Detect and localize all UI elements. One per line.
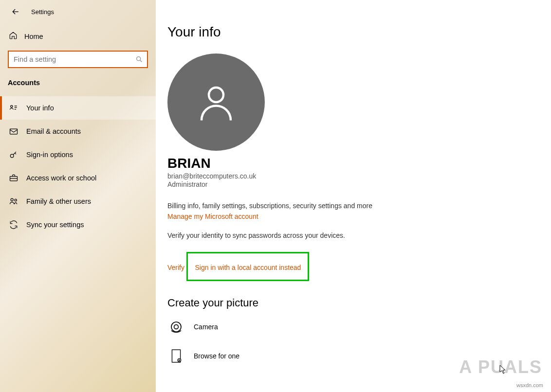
header-row: Settings [0,4,156,25]
svg-point-9 [174,325,179,329]
nav-your-info[interactable]: Your info [0,96,156,120]
browse-icon [167,347,185,365]
user-name: BRIAN [167,156,551,171]
search-icon [135,55,143,63]
people-icon [9,196,18,206]
home-icon [9,31,18,42]
nav-access-work-school[interactable]: Access work or school [0,166,156,190]
svg-point-0 [137,57,141,61]
billing-desc: Billing info, family settings, subscript… [167,202,551,210]
main-content: Your info BRIAN brian@briteccomputers.co… [156,0,551,392]
home-nav[interactable]: Home [0,25,156,48]
camera-label: Camera [194,323,218,331]
page-title: Your info [167,24,551,40]
svg-point-8 [171,322,181,332]
svg-point-1 [11,106,13,107]
mail-icon [9,126,18,136]
home-label: Home [24,33,43,40]
nav-label: Sign-in options [26,151,73,159]
picture-heading: Create your picture [167,297,551,309]
manage-account-link[interactable]: Manage my Microsoft account [167,213,258,220]
settings-title: Settings [31,8,54,16]
briefcase-icon [9,173,18,183]
nav-family-other-users[interactable]: Family & other users [0,190,156,213]
svg-point-3 [10,154,14,158]
person-placeholder-icon [194,80,238,124]
svg-rect-2 [10,129,18,134]
nav-label: Access work or school [26,174,96,182]
camera-option[interactable]: Camera [167,318,551,336]
browse-label: Browse for one [194,352,239,360]
camera-icon [167,318,185,336]
local-account-link[interactable]: Sign in with a local account instead [195,264,301,271]
key-icon [9,150,18,160]
person-card-icon [9,103,18,113]
user-role: Administrator [167,180,551,188]
browse-option[interactable]: Browse for one [167,347,551,365]
nav-label: Sync your settings [26,221,84,229]
svg-point-7 [209,88,223,102]
sync-icon [9,220,18,230]
svg-point-5 [11,198,13,201]
back-arrow-icon [11,7,20,17]
nav-label: Family & other users [26,197,91,205]
section-title: Accounts [0,77,156,91]
nav-label: Your info [26,104,54,112]
nav-signin-options[interactable]: Sign-in options [0,143,156,166]
verify-desc: Verify your identity to sync passwords a… [167,232,551,239]
nav-label: Email & accounts [26,127,81,135]
avatar [167,53,265,151]
verify-link[interactable]: Verify [167,264,184,271]
highlight-box: Sign in with a local account instead [186,252,309,281]
nav-email-accounts[interactable]: Email & accounts [0,120,156,143]
sidebar: Settings Home Accounts Your info Email &… [0,0,156,392]
nav-sync-settings[interactable]: Sync your settings [0,213,156,236]
svg-point-6 [15,199,17,201]
search-input[interactable] [14,55,135,63]
search-box[interactable] [8,51,148,68]
back-button[interactable] [10,6,21,18]
picture-options: Camera Browse for one [167,318,551,365]
user-email: brian@briteccomputers.co.uk [167,172,551,180]
nav-list: Your info Email & accounts Sign-in optio… [0,96,156,236]
